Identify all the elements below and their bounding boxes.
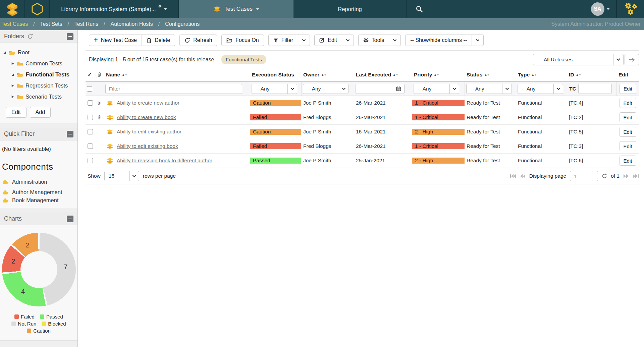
sort-icons[interactable]: ▲▼ bbox=[434, 73, 439, 76]
nav-tab-test-cases[interactable]: Test Cases bbox=[179, 0, 293, 18]
workspace-hexagon-button[interactable] bbox=[25, 0, 50, 18]
test-case-link[interactable]: Ability to create new book bbox=[117, 114, 176, 120]
execution-status-filter-select[interactable]: -- Any -- bbox=[252, 84, 297, 94]
refresh-folders-icon[interactable] bbox=[27, 34, 33, 40]
header-priority[interactable]: Priority▲▼ bbox=[412, 72, 465, 78]
calendar-button[interactable] bbox=[393, 84, 405, 94]
refresh-button[interactable]: Refresh bbox=[179, 35, 217, 46]
global-search-button[interactable] bbox=[406, 0, 432, 18]
component-author-management[interactable]: Author Management bbox=[0, 187, 77, 197]
filter-button[interactable]: Filter bbox=[268, 35, 299, 46]
last-page-button[interactable] bbox=[633, 174, 639, 179]
tree-expanded-icon[interactable] bbox=[11, 73, 14, 76]
tree-collapsed-icon[interactable] bbox=[11, 62, 14, 65]
search-icon bbox=[416, 5, 423, 13]
test-case-link[interactable]: Ability to edit existing author bbox=[117, 129, 181, 135]
folders-add-button[interactable]: Add bbox=[30, 107, 51, 118]
folder-common-tests[interactable]: Common Tests bbox=[3, 58, 76, 69]
tree-collapsed-icon[interactable] bbox=[11, 84, 14, 88]
folders-edit-button[interactable]: Edit bbox=[6, 107, 26, 118]
row-edit-button[interactable]: Edit bbox=[620, 141, 636, 151]
header-id[interactable]: ID▲▼ bbox=[567, 72, 616, 78]
sort-icons[interactable]: ▲▼ bbox=[484, 73, 489, 76]
name-filter-input[interactable] bbox=[105, 84, 242, 94]
last-executed-filter-input[interactable] bbox=[356, 84, 393, 94]
user-menu[interactable]: SA bbox=[584, 0, 616, 18]
filter-dropdown-button[interactable] bbox=[298, 35, 310, 46]
owner-filter-select[interactable]: -- Any -- bbox=[303, 84, 348, 94]
row-edit-button[interactable]: Edit bbox=[620, 127, 636, 137]
tools-dropdown-button[interactable] bbox=[389, 35, 401, 46]
test-case-link[interactable]: Ability to edit existing book bbox=[117, 143, 178, 149]
row-edit-button[interactable]: Edit bbox=[620, 156, 636, 166]
header-owner[interactable]: Owner▲▼ bbox=[301, 72, 354, 78]
app-logo[interactable] bbox=[0, 0, 25, 18]
page-number-input[interactable] bbox=[570, 171, 598, 181]
row-checkbox[interactable] bbox=[88, 129, 93, 134]
collapse-quick-filter-button[interactable] bbox=[67, 131, 73, 137]
page-size-select[interactable]: 15 bbox=[104, 171, 139, 181]
folder-root[interactable]: Root bbox=[3, 47, 76, 58]
folder-icon bbox=[17, 61, 23, 66]
id-cell: [TC:6] bbox=[567, 154, 616, 168]
refresh-page-icon[interactable] bbox=[602, 173, 607, 179]
next-page-button[interactable] bbox=[623, 174, 629, 179]
sort-icons[interactable]: ▲▼ bbox=[321, 73, 326, 76]
test-case-link[interactable]: Ability to create new author bbox=[117, 100, 179, 106]
edit-dropdown-button[interactable] bbox=[342, 35, 354, 46]
folder-functional-tests[interactable]: Functional Tests bbox=[3, 69, 76, 80]
row-edit-button[interactable]: Edit bbox=[620, 98, 636, 108]
select-all-header[interactable]: ✓ bbox=[86, 72, 95, 78]
tree-collapsed-icon[interactable] bbox=[11, 95, 14, 99]
breadcrumb-automation-hosts[interactable]: Automation Hosts bbox=[110, 21, 153, 27]
focus-on-button[interactable]: Focus On bbox=[221, 35, 264, 46]
sort-icons[interactable]: ▲▼ bbox=[122, 73, 127, 76]
row-checkbox[interactable] bbox=[88, 100, 93, 106]
show-hide-columns-dropdown-button[interactable] bbox=[472, 35, 484, 46]
header-execution-status[interactable]: Execution Status bbox=[250, 72, 301, 78]
folder-scenario-tests[interactable]: Scenario Tests bbox=[3, 91, 76, 102]
breadcrumb-test-runs[interactable]: Test Runs bbox=[74, 21, 98, 27]
first-page-button[interactable] bbox=[510, 174, 516, 179]
nav-tab-reporting[interactable]: Reporting bbox=[293, 0, 406, 18]
folder-regression-tests[interactable]: Regression Tests bbox=[3, 80, 76, 91]
row-edit-button[interactable]: Edit bbox=[620, 112, 636, 122]
breadcrumb-test-cases[interactable]: Test Cases bbox=[1, 21, 28, 27]
row-checkbox[interactable] bbox=[88, 115, 93, 120]
edit-button[interactable]: Edit bbox=[314, 35, 342, 46]
row-checkbox[interactable] bbox=[88, 158, 93, 163]
id-filter-input[interactable] bbox=[578, 84, 612, 94]
tools-button[interactable]: Tools bbox=[358, 35, 389, 46]
execution-status-cell: Caution bbox=[250, 129, 301, 135]
header-status[interactable]: Status▲▼ bbox=[465, 72, 516, 78]
component-administration[interactable]: Administration bbox=[0, 177, 77, 187]
collapse-charts-button[interactable] bbox=[67, 216, 73, 222]
header-last-executed[interactable]: Last Executed▲▼ bbox=[354, 72, 412, 78]
type-filter-select[interactable]: -- Any -- bbox=[518, 84, 563, 94]
breadcrumb-configurations[interactable]: Configurations bbox=[165, 21, 200, 27]
select-all-checkbox[interactable] bbox=[87, 86, 92, 92]
chevron-down-icon bbox=[393, 39, 397, 42]
collapse-folders-button[interactable] bbox=[67, 33, 73, 40]
release-filter-select[interactable]: --- All Releases --- bbox=[533, 54, 624, 65]
show-hide-columns-button[interactable]: -- Show/hide columns -- bbox=[405, 35, 472, 46]
sort-icons[interactable]: ▲▼ bbox=[531, 73, 537, 76]
apply-release-filter-button[interactable] bbox=[625, 54, 639, 65]
filter-edit-button[interactable]: Edit bbox=[620, 84, 636, 94]
delete-button[interactable]: Delete bbox=[142, 35, 175, 46]
system-settings-button[interactable] bbox=[616, 0, 644, 18]
row-checkbox[interactable] bbox=[88, 143, 93, 149]
sort-icons[interactable]: ▲▼ bbox=[393, 73, 398, 76]
component-book-management[interactable]: Book Management bbox=[0, 197, 77, 208]
header-name[interactable]: Name▲▼ bbox=[104, 72, 250, 78]
new-test-case-button[interactable]: + New Test Case bbox=[89, 35, 142, 46]
product-selector[interactable]: Library Information System (Sample)... bbox=[50, 0, 179, 18]
status-filter-select[interactable]: -- Any -- bbox=[466, 84, 512, 94]
tree-expanded-icon[interactable] bbox=[3, 51, 6, 54]
priority-filter-select[interactable]: -- Any -- bbox=[414, 84, 459, 94]
header-type[interactable]: Type▲▼ bbox=[516, 72, 567, 78]
previous-page-button[interactable] bbox=[520, 174, 526, 179]
breadcrumb-test-sets[interactable]: Test Sets bbox=[40, 21, 62, 27]
test-case-link[interactable]: Ability to reassign book to different au… bbox=[117, 158, 212, 164]
sort-icons[interactable]: ▲▼ bbox=[576, 73, 581, 76]
